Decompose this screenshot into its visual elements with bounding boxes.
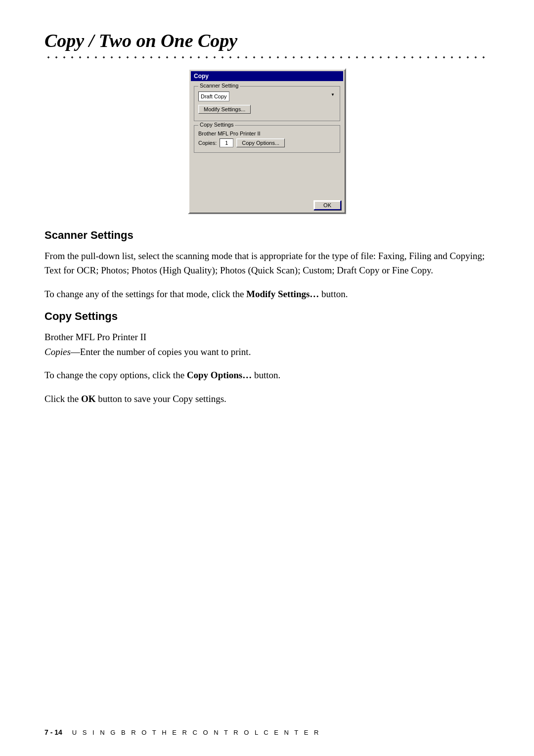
copy-settings-heading: Copy Settings bbox=[44, 310, 490, 323]
footer-chapter-title: U S I N G B R O T H E R C O N T R O L C … bbox=[72, 729, 321, 736]
copy-group-label: Copy Settings bbox=[198, 122, 235, 128]
copies-label: Copies: bbox=[198, 140, 217, 146]
dialog-body: Scanner Setting Draft Copy Modify Settin… bbox=[191, 84, 343, 198]
scanner-dropdown[interactable]: Draft Copy bbox=[198, 91, 229, 101]
ok-suffix: button to save your Copy settings. bbox=[95, 394, 226, 404]
modify-para-suffix: button. bbox=[319, 289, 348, 299]
copies-row: Copies: Copy Options... bbox=[198, 138, 336, 147]
page-footer: 7 - 14 U S I N G B R O T H E R C O N T R… bbox=[44, 728, 490, 736]
modify-para-prefix: To change any of the settings for that m… bbox=[44, 289, 246, 299]
page: Copy / Two on One Copy Copy Scanner Sett… bbox=[0, 0, 534, 756]
copy-options-suffix: button. bbox=[252, 370, 280, 380]
copies-input[interactable] bbox=[220, 138, 233, 147]
ok-paragraph: Click the OK button to save your Copy se… bbox=[44, 392, 490, 406]
dialog-screenshot: Copy Scanner Setting Draft Copy M bbox=[44, 68, 490, 214]
copy-options-button[interactable]: Copy Options... bbox=[236, 138, 285, 147]
footer-page-number: 7 - 14 bbox=[44, 728, 62, 736]
page-title: Copy / Two on One Copy bbox=[44, 30, 490, 51]
ok-bold: OK bbox=[81, 394, 96, 404]
printer-name-label: Brother MFL Pro Printer II bbox=[198, 131, 336, 136]
scanner-settings-paragraph: From the pull-down list, select the scan… bbox=[44, 249, 490, 278]
scanner-dropdown-row: Draft Copy bbox=[198, 91, 336, 101]
modify-para-bold: Modify Settings… bbox=[246, 289, 319, 299]
copy-dialog: Copy Scanner Setting Draft Copy M bbox=[188, 68, 346, 214]
copy-options-paragraph: To change the copy options, click the Co… bbox=[44, 368, 490, 382]
copy-settings-group: Copy Settings Brother MFL Pro Printer II… bbox=[194, 125, 340, 153]
copy-printer-line: Brother MFL Pro Printer II Copies—Enter … bbox=[44, 330, 490, 359]
copies-italic: Copies bbox=[44, 347, 71, 357]
copy-options-prefix: To change the copy options, click the bbox=[44, 370, 187, 380]
copy-options-bold: Copy Options… bbox=[187, 370, 252, 380]
title-dots-decoration bbox=[44, 55, 490, 59]
modify-settings-paragraph: To change any of the settings for that m… bbox=[44, 287, 490, 301]
scanner-group-content: Draft Copy Modify Settings... bbox=[198, 91, 336, 116]
scanner-group-label: Scanner Setting bbox=[198, 83, 240, 89]
ok-button[interactable]: OK bbox=[313, 200, 341, 210]
copy-printer-text: Brother MFL Pro Printer II bbox=[44, 332, 146, 342]
scanner-para-text: From the pull-down list, select the scan… bbox=[44, 251, 485, 275]
copy-group-content: Brother MFL Pro Printer II Copies: Copy … bbox=[198, 131, 336, 147]
scanner-dropdown-wrapper[interactable]: Draft Copy bbox=[198, 91, 336, 101]
dialog-footer: OK bbox=[191, 198, 343, 211]
dialog-spacer bbox=[194, 157, 340, 196]
ok-prefix: Click the bbox=[44, 394, 81, 404]
scanner-setting-group: Scanner Setting Draft Copy Modify Settin… bbox=[194, 86, 340, 121]
scanner-settings-heading: Scanner Settings bbox=[44, 229, 490, 242]
dialog-titlebar: Copy bbox=[191, 71, 343, 81]
modify-settings-button[interactable]: Modify Settings... bbox=[198, 105, 251, 114]
copies-rest: —Enter the number of copies you want to … bbox=[71, 347, 251, 357]
